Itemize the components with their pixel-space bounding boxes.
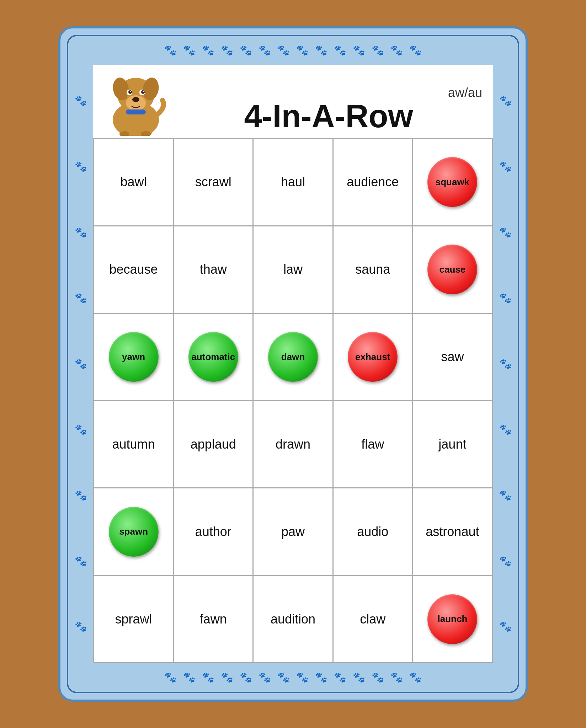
grid-cell-r1c4[interactable]: audience	[334, 139, 413, 226]
token-label: cause	[440, 264, 466, 275]
grid-cell-r3c2[interactable]: automatic	[174, 314, 254, 401]
paw-icon: 🐾	[221, 46, 233, 55]
grid-cell-r3c5[interactable]: saw	[413, 314, 493, 401]
grid-cell-r6c1[interactable]: sprawl	[94, 576, 174, 663]
paw-icon: 🐾	[75, 359, 87, 369]
paw-icon: 🐾	[499, 228, 512, 237]
paw-icon: 🐾	[240, 673, 252, 682]
paw-icon: 🐾	[409, 46, 422, 55]
paw-icon: 🐾	[240, 46, 252, 55]
grid-cell-r2c1[interactable]: because	[94, 226, 174, 314]
grid-cell-r5c4[interactable]: audio	[334, 488, 413, 576]
token-label: automatic	[191, 352, 235, 362]
token-red: exhaust	[348, 332, 398, 382]
token-label: spawn	[119, 526, 148, 537]
grid-cell-r1c3[interactable]: haul	[254, 139, 333, 226]
paw-icon: 🐾	[499, 359, 512, 369]
title-area: aw/au 4-In-A-Row	[171, 85, 486, 136]
paw-border-bottom: 🐾 🐾 🐾 🐾 🐾 🐾 🐾 🐾 🐾 🐾 🐾 🐾 🐾 🐾	[68, 663, 518, 692]
cell-label: jaunt	[438, 437, 466, 452]
paw-border-left: 🐾 🐾 🐾 🐾 🐾 🐾 🐾 🐾 🐾	[68, 65, 93, 663]
cell-label: sauna	[355, 262, 390, 277]
paw-icon: 🐾	[277, 673, 290, 682]
paw-icon: 🐾	[75, 425, 87, 435]
grid-cell-r1c1[interactable]: bawl	[94, 139, 174, 226]
cell-label: fawn	[200, 612, 227, 627]
paw-icon: 🐾	[334, 673, 346, 682]
paw-icon: 🐾	[75, 162, 87, 172]
grid-cell-r3c3[interactable]: dawn	[254, 314, 333, 401]
grid-cell-r3c1[interactable]: yawn	[94, 314, 174, 401]
grid-cell-r4c3[interactable]: drawn	[254, 401, 333, 488]
cell-label: sprawl	[115, 612, 152, 627]
grid-cell-r4c5[interactable]: jaunt	[413, 401, 493, 488]
paw-icon: 🐾	[75, 491, 87, 500]
paw-icon: 🐾	[164, 46, 177, 55]
cell-label: because	[110, 262, 158, 277]
cell-label: flaw	[361, 437, 384, 452]
token-green: dawn	[268, 332, 318, 382]
grid-cell-r5c1[interactable]: spawn	[94, 488, 174, 576]
grid-cell-r6c4[interactable]: claw	[334, 576, 413, 663]
paw-icon: 🐾	[409, 673, 422, 682]
grid-cell-r3c4[interactable]: exhaust	[334, 314, 413, 401]
token-red: squawk	[427, 157, 477, 207]
token-label: dawn	[281, 352, 305, 362]
cell-label: scrawl	[195, 175, 231, 189]
cell-label: haul	[281, 175, 305, 189]
token-label: yawn	[122, 352, 145, 362]
paw-icon: 🐾	[372, 46, 384, 55]
token-label: launch	[437, 614, 467, 624]
grid-cell-r1c5[interactable]: squawk	[413, 139, 493, 226]
paw-icon: 🐾	[75, 293, 87, 303]
subtitle: aw/au	[171, 85, 486, 100]
grid-cell-r1c2[interactable]: scrawl	[174, 139, 254, 226]
paw-icon: 🐾	[499, 425, 512, 435]
cell-label: audio	[357, 524, 388, 539]
paw-icon: 🐾	[334, 46, 346, 55]
paw-icon: 🐾	[259, 46, 271, 55]
token-red: launch	[427, 594, 477, 644]
main-title: 4-In-A-Row	[171, 100, 486, 132]
grid-cell-r4c4[interactable]: flaw	[334, 401, 413, 488]
token-label: squawk	[436, 177, 469, 187]
grid-cell-r6c3[interactable]: audition	[254, 576, 333, 663]
cell-label: bawl	[121, 175, 147, 189]
grid-cell-r5c3[interactable]: paw	[254, 488, 333, 576]
paw-icon: 🐾	[499, 162, 512, 172]
token-green: automatic	[188, 332, 238, 382]
grid-cell-r2c4[interactable]: sauna	[334, 226, 413, 314]
paw-icon: 🐾	[75, 622, 87, 632]
grid-cell-r4c1[interactable]: autumn	[94, 401, 174, 488]
svg-point-5	[132, 97, 139, 102]
grid-cell-r5c5[interactable]: astronaut	[413, 488, 493, 576]
svg-point-11	[143, 91, 144, 92]
token-label: exhaust	[355, 352, 390, 362]
grid-cell-r5c2[interactable]: author	[174, 488, 254, 576]
paw-icon: 🐾	[164, 673, 177, 682]
token-green: spawn	[109, 507, 159, 557]
grid-cell-r2c5[interactable]: cause	[413, 226, 493, 314]
grid-cell-r2c2[interactable]: thaw	[174, 226, 254, 314]
svg-point-10	[130, 91, 131, 92]
game-grid: bawlscrawlhaulaudiencesquawkbecausethawl…	[93, 138, 493, 663]
paw-icon: 🐾	[75, 228, 87, 237]
paw-icon: 🐾	[259, 673, 271, 682]
paw-icon: 🐾	[499, 491, 512, 500]
cell-label: paw	[281, 524, 305, 539]
grid-cell-r4c2[interactable]: applaud	[174, 401, 254, 488]
cell-label: audition	[271, 612, 315, 627]
cell-label: saw	[441, 349, 464, 364]
dog-illustration	[100, 68, 171, 136]
grid-cell-r6c2[interactable]: fawn	[174, 576, 254, 663]
paw-icon: 🐾	[499, 556, 512, 566]
paw-icon: 🐾	[75, 556, 87, 566]
cell-label: drawn	[276, 437, 310, 452]
paw-icon: 🐾	[499, 293, 512, 303]
svg-rect-12	[126, 109, 146, 114]
paw-icon: 🐾	[202, 46, 214, 55]
grid-cell-r2c3[interactable]: law	[254, 226, 333, 314]
paw-icon: 🐾	[296, 46, 309, 55]
paw-icon: 🐾	[372, 673, 384, 682]
grid-cell-r6c5[interactable]: launch	[413, 576, 493, 663]
